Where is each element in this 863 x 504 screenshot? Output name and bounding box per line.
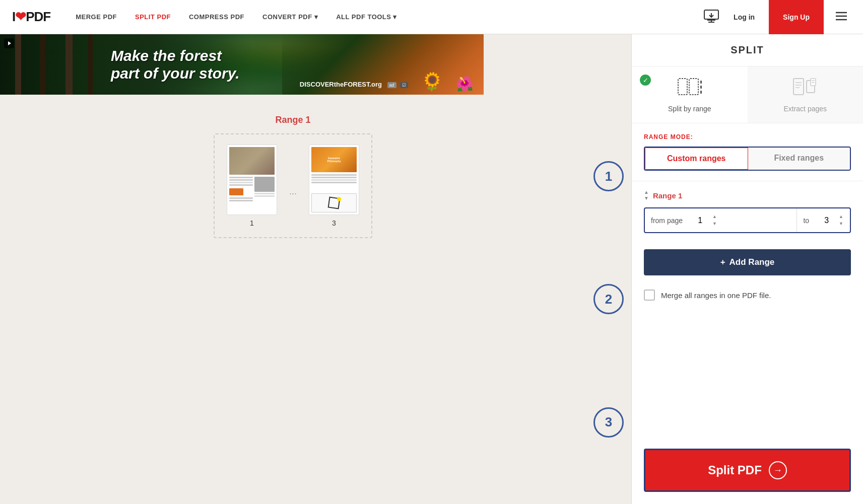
from-page-decrement[interactable]: ▼: [712, 221, 717, 228]
right-panel: SPLIT ✓ Split by range: [631, 34, 863, 504]
step-3-circle: 3: [593, 407, 624, 438]
sunflower-icon: 🌻: [421, 71, 443, 92]
signup-button[interactable]: Sign up: [769, 0, 824, 34]
from-page-label: from page: [651, 217, 683, 225]
sort-up-icon: ▲: [644, 189, 649, 195]
split-pdf-label: Split PDF: [708, 463, 762, 477]
range1-header: ▲ ▼ Range 1: [644, 189, 851, 201]
from-page-spinner[interactable]: ▲ ▼: [712, 213, 717, 227]
range-mode-label: RANGE MODE:: [644, 133, 851, 140]
page-thumb-3: GeometricPhilosophy: [309, 145, 359, 227]
page-image-1: [227, 145, 277, 215]
custom-ranges-button[interactable]: Custom ranges: [644, 147, 749, 170]
nav-convert-pdf[interactable]: CONVERT PDF ▾: [253, 0, 327, 34]
ad-title-line1: Make the forest: [111, 47, 240, 65]
page-image-3: GeometricPhilosophy: [309, 145, 359, 215]
yellow-dot-icon: [337, 197, 342, 201]
step-1-circle: 1: [593, 161, 624, 191]
left-area: 🌻 🌺 Make the forest part of your story. …: [0, 34, 631, 504]
main-nav: MERGE PDF SPLIT PDF COMPRESS PDF CONVERT…: [67, 0, 406, 34]
page-number-1: 1: [250, 219, 254, 227]
all-tools-dropdown-icon: ▾: [393, 13, 397, 21]
split-panel-title: SPLIT: [632, 34, 863, 66]
fixed-ranges-button[interactable]: Fixed ranges: [748, 148, 850, 170]
add-range-label: Add Range: [729, 257, 775, 267]
extract-pages-label: Extract pages: [783, 105, 827, 113]
to-page-input[interactable]: [813, 216, 838, 225]
steps-column: 1 2 3: [586, 95, 631, 504]
hamburger-menu-button[interactable]: [832, 11, 851, 24]
login-button[interactable]: Log in: [727, 13, 761, 21]
main-layout: 🌻 🌺 Make the forest part of your story. …: [0, 34, 863, 504]
range-config: ▲ ▼ Range 1 from page ▲ ▼ to: [632, 181, 863, 241]
merge-checkbox[interactable]: [644, 290, 655, 301]
extract-pages-mode[interactable]: Extract pages: [748, 66, 864, 123]
svg-rect-18: [811, 79, 816, 86]
svg-rect-10: [700, 81, 702, 84]
page1-top-image: [229, 147, 275, 175]
step-2-circle: 2: [593, 284, 624, 314]
ad-banner: 🌻 🌺 Make the forest part of your story. …: [0, 34, 484, 95]
pdf-area-with-steps: Range 1: [0, 95, 631, 504]
diagram-shape: [328, 197, 341, 209]
page-thumb-1: 1: [227, 145, 277, 227]
play-triangle-icon: [8, 41, 11, 45]
split-modes: ✓ Split by range: [632, 66, 863, 123]
add-range-section: + Add Range: [632, 241, 863, 283]
pages-container: 1 ... GeometricPhilosophy: [214, 133, 372, 238]
header: I ❤ PDF MERGE PDF SPLIT PDF COMPRESS PDF…: [0, 0, 863, 34]
to-page-increment[interactable]: ▲: [838, 213, 844, 221]
nav-compress-pdf[interactable]: COMPRESS PDF: [180, 0, 253, 34]
nav-merge-pdf[interactable]: MERGE PDF: [67, 0, 126, 34]
header-right: Log in Sign up: [703, 0, 851, 34]
to-page-spinner[interactable]: ▲ ▼: [838, 213, 844, 227]
sort-down-icon: ▼: [644, 195, 649, 201]
convert-dropdown-icon: ▾: [314, 13, 318, 21]
split-range-icon: [677, 77, 702, 101]
from-page-increment[interactable]: ▲: [712, 213, 717, 221]
ellipsis: ...: [287, 186, 299, 197]
range-inputs-row: from page ▲ ▼ to ▲ ▼: [644, 207, 851, 233]
ad-title-line2: part of your story.: [111, 64, 240, 82]
split-pdf-section: Split PDF →: [632, 441, 863, 504]
svg-rect-8: [678, 79, 687, 95]
split-pdf-arrow-icon: →: [769, 461, 787, 479]
nav-all-pdf-tools[interactable]: ALL PDF TOOLS ▾: [327, 0, 406, 34]
merge-section: Merge all ranges in one PDF file.: [632, 283, 863, 307]
to-section: to ▲ ▼: [797, 208, 850, 232]
checkmark-icon: ✓: [640, 75, 651, 86]
add-range-plus-icon: +: [720, 257, 725, 267]
to-page-decrement[interactable]: ▼: [838, 221, 844, 228]
to-label: to: [803, 217, 809, 225]
ad-badge2: ☑: [400, 82, 408, 88]
extract-pages-icon: [792, 77, 818, 101]
ad-text-content: Make the forest part of your story.: [111, 47, 240, 82]
sort-arrows-button[interactable]: ▲ ▼: [644, 189, 649, 201]
range-label: Range 1: [275, 115, 310, 125]
svg-rect-13: [793, 79, 804, 95]
download-app-button[interactable]: [703, 9, 719, 25]
pdf-preview-area: Range 1: [0, 95, 586, 504]
merge-label: Merge all ranges in one PDF file.: [661, 291, 771, 300]
svg-rect-11: [700, 86, 702, 89]
split-by-range-label: Split by range: [668, 105, 711, 113]
monitor-download-icon: [703, 9, 719, 25]
svg-rect-12: [700, 91, 702, 94]
logo[interactable]: I ❤ PDF: [12, 9, 50, 25]
nav-split-pdf[interactable]: SPLIT PDF: [126, 0, 180, 34]
flower-icon: 🌺: [456, 76, 474, 92]
page-number-3: 3: [332, 219, 336, 227]
logo-pdf: PDF: [26, 9, 50, 25]
range-mode-buttons: Custom ranges Fixed ranges: [644, 147, 851, 171]
split-pdf-button[interactable]: Split PDF →: [644, 449, 851, 492]
ad-play-button[interactable]: [4, 38, 14, 48]
add-range-button[interactable]: + Add Range: [644, 249, 851, 275]
from-section: from page ▲ ▼: [645, 208, 797, 232]
ad-badge: ad: [387, 82, 396, 88]
from-page-input[interactable]: [687, 216, 712, 225]
split-by-range-mode[interactable]: ✓ Split by range: [632, 66, 748, 123]
svg-rect-9: [689, 79, 698, 95]
range-mode-section: RANGE MODE: Custom ranges Fixed ranges: [632, 123, 863, 181]
range1-label: Range 1: [653, 191, 682, 200]
logo-heart-icon: ❤: [15, 9, 26, 25]
